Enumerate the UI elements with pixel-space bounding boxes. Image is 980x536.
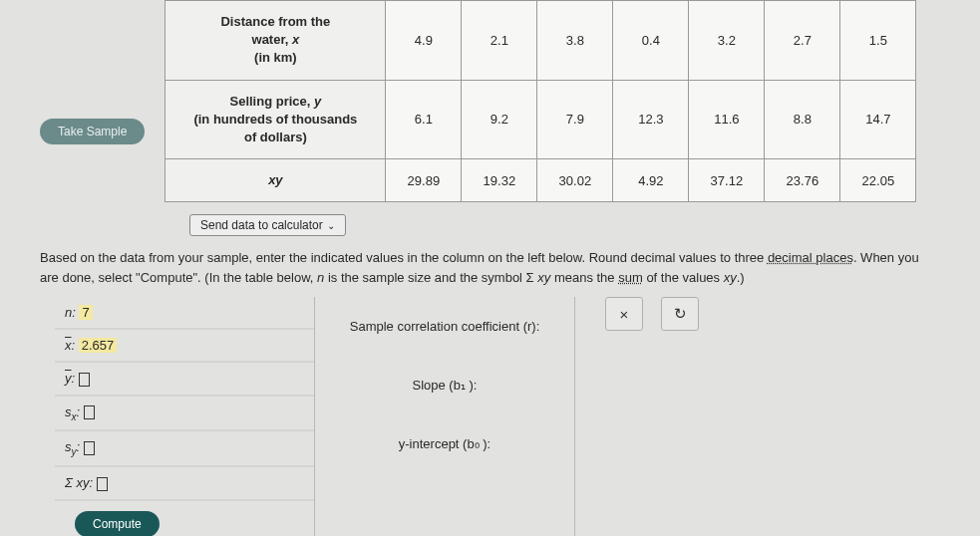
reset-icon: ↻ — [674, 305, 687, 323]
result-intercept: y-intercept (b₀ ): — [315, 414, 574, 473]
cell: 3.8 — [537, 1, 613, 81]
cell: 23.76 — [765, 159, 840, 202]
table-row: xy 29.89 19.32 30.02 4.92 37.12 23.76 22… — [165, 159, 916, 202]
cell: 30.02 — [537, 159, 613, 202]
cell: 2.7 — [765, 1, 840, 81]
cell: 4.9 — [386, 1, 462, 81]
sx-input[interactable] — [84, 405, 95, 419]
cell: 7.9 — [537, 80, 613, 159]
cell: 19.32 — [462, 159, 537, 202]
sy-input[interactable] — [84, 441, 95, 455]
cell: 8.8 — [765, 80, 840, 159]
stats-column: n: 7 x: 2.657 y: sx: sy: Σ xy: Compute — [55, 297, 314, 536]
cell: 6.1 — [386, 80, 462, 159]
close-button[interactable]: × — [605, 297, 643, 331]
n-value[interactable]: 7 — [79, 305, 92, 320]
cell: 11.6 — [689, 80, 765, 159]
row-header-x: Distance from the water, x (in km) — [165, 1, 386, 81]
ybar-input[interactable] — [79, 373, 90, 387]
cell: 1.5 — [840, 1, 916, 81]
row-header-xy: xy — [165, 159, 386, 202]
compute-button[interactable]: Compute — [75, 511, 160, 536]
cell: 0.4 — [613, 1, 689, 81]
cell: 12.3 — [613, 80, 689, 159]
table-row: Distance from the water, x (in km) 4.9 2… — [165, 1, 916, 81]
take-sample-button[interactable]: Take Sample — [40, 119, 145, 144]
results-box: Sample correlation coefficient (r): Slop… — [314, 297, 575, 536]
instructions-text: Based on the data from your sample, ente… — [40, 248, 940, 287]
row-header-y: Selling price, y (in hundreds of thousan… — [165, 80, 386, 159]
cell: 3.2 — [689, 1, 765, 81]
cell: 9.2 — [462, 80, 537, 159]
send-data-button[interactable]: Send data to calculator⌄ — [189, 214, 346, 236]
cell: 22.05 — [840, 159, 916, 202]
cell: 29.89 — [386, 159, 462, 202]
reset-button[interactable]: ↻ — [661, 297, 699, 331]
result-slope: Slope (b₁ ): — [315, 356, 574, 414]
result-r: Sample correlation coefficient (r): — [315, 297, 574, 356]
cell: 14.7 — [840, 80, 916, 159]
chevron-down-icon: ⌄ — [327, 220, 335, 231]
cell: 4.92 — [613, 159, 689, 202]
stat-xbar: x: 2.657 — [55, 330, 314, 363]
data-table: Distance from the water, x (in km) 4.9 2… — [164, 0, 916, 202]
sigmaxy-input[interactable] — [97, 477, 108, 491]
stat-sx: sx: — [55, 397, 314, 432]
stat-ybar: y: — [55, 363, 314, 397]
stat-sigmaxy: Σ xy: — [55, 467, 314, 501]
cell: 2.1 — [462, 1, 537, 81]
cell: 37.12 — [689, 159, 765, 202]
stat-sy: sy: — [55, 431, 314, 467]
table-row: Selling price, y (in hundreds of thousan… — [165, 80, 916, 159]
xbar-value[interactable]: 2.657 — [79, 338, 118, 353]
stat-n: n: 7 — [55, 297, 314, 330]
